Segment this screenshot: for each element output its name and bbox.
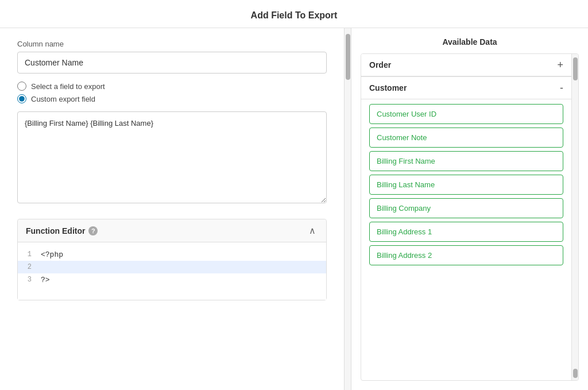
radio-group: Select a field to export Custom export f… bbox=[17, 82, 327, 103]
page-wrapper: Add Field To Export Column name Select a… bbox=[0, 0, 588, 390]
available-data-title: Available Data bbox=[361, 37, 579, 47]
section-order-toggle: + bbox=[557, 60, 563, 70]
line-number-2: 2 bbox=[18, 263, 38, 271]
right-panel: Available Data Order + Customer - Custom… bbox=[351, 28, 588, 390]
code-line-3: 3 ?> bbox=[18, 273, 326, 286]
function-editor-header: Function Editor ? ∧ bbox=[18, 219, 326, 242]
data-item-customer-note[interactable]: Customer Note bbox=[369, 128, 563, 148]
left-panel: Column name Select a field to export Cus… bbox=[0, 28, 345, 390]
column-name-label: Column name bbox=[17, 40, 327, 48]
column-name-input[interactable] bbox=[17, 52, 327, 74]
section-customer-label: Customer bbox=[369, 83, 407, 92]
right-scrollbar bbox=[571, 54, 578, 380]
code-editor: 1 <?php 2 3 ?> bbox=[18, 242, 326, 300]
line-content-1: <?php bbox=[38, 250, 326, 259]
data-item-billing-address-1[interactable]: Billing Address 1 bbox=[369, 222, 563, 242]
available-data-inner: Order + Customer - Customer User ID Cust… bbox=[361, 54, 571, 380]
page-title: Add Field To Export bbox=[0, 0, 588, 28]
data-item-billing-first-name[interactable]: Billing First Name bbox=[369, 151, 563, 171]
line-number-1: 1 bbox=[18, 250, 38, 258]
function-editor-label: Function Editor bbox=[26, 226, 85, 235]
radio-select-field[interactable]: Select a field to export bbox=[17, 82, 327, 91]
radio-select-field-input[interactable] bbox=[17, 82, 26, 91]
content-area: Column name Select a field to export Cus… bbox=[0, 28, 588, 390]
right-scroll-thumb-bottom[interactable] bbox=[573, 369, 578, 378]
radio-select-field-label: Select a field to export bbox=[31, 82, 105, 91]
line-content-3: ?> bbox=[38, 276, 326, 284]
radio-custom-export-input[interactable] bbox=[17, 94, 26, 103]
function-editor-help-icon[interactable]: ? bbox=[88, 226, 98, 235]
center-scroll-thumb[interactable] bbox=[346, 34, 350, 80]
radio-custom-export[interactable]: Custom export field bbox=[17, 94, 327, 103]
data-item-billing-address-2[interactable]: Billing Address 2 bbox=[369, 245, 563, 265]
code-line-2: 2 bbox=[18, 261, 326, 273]
section-customer-items: Customer User ID Customer Note Billing F… bbox=[361, 99, 571, 270]
section-customer[interactable]: Customer - bbox=[361, 76, 571, 99]
export-textarea[interactable]: {Billing First Name} {Billing Last Name} bbox=[17, 111, 327, 203]
right-scroll-thumb-top[interactable] bbox=[573, 57, 578, 80]
function-editor-title: Function Editor ? bbox=[26, 226, 98, 235]
function-editor-collapse-btn[interactable]: ∧ bbox=[307, 225, 318, 236]
available-data-scroll: Order + Customer - Customer User ID Cust… bbox=[361, 53, 579, 381]
line-number-3: 3 bbox=[18, 276, 38, 284]
data-item-customer-user-id[interactable]: Customer User ID bbox=[369, 104, 563, 124]
center-scrollbar bbox=[345, 28, 351, 390]
function-editor-box: Function Editor ? ∧ 1 <?php 2 3 bbox=[17, 219, 327, 300]
data-item-billing-company[interactable]: Billing Company bbox=[369, 198, 563, 218]
radio-custom-export-label: Custom export field bbox=[31, 95, 95, 103]
section-customer-toggle: - bbox=[560, 83, 563, 93]
section-order-label: Order bbox=[369, 60, 391, 69]
code-line-1: 1 <?php bbox=[18, 248, 326, 261]
section-order[interactable]: Order + bbox=[361, 54, 571, 76]
data-item-billing-last-name[interactable]: Billing Last Name bbox=[369, 175, 563, 195]
